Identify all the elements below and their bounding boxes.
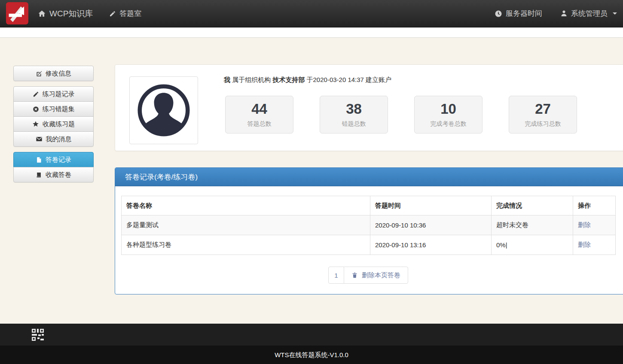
- footer-version-text: WTS在线答题系统-V1.0.0: [275, 351, 348, 358]
- cell-paper-name: 各种题型练习卷: [122, 235, 370, 255]
- user-icon: [560, 10, 568, 17]
- clock-icon: [495, 10, 502, 18]
- sidebar-item-label: 我的消息: [46, 135, 72, 143]
- qr-code-icon[interactable]: [31, 328, 44, 341]
- sidebar-item-my-messages[interactable]: 我的消息: [13, 131, 94, 147]
- nav-item-server-time[interactable]: 服务器时间: [495, 9, 542, 18]
- profile-org-prefix: 属于组织机构: [232, 76, 271, 83]
- stat-label: 完成考卷总数: [431, 120, 467, 128]
- user-menu-label: 系统管理员: [571, 9, 608, 18]
- records-table: 答卷名称 答题时间 完成情况 操作 多题量测试 2020-09-10 10:36…: [121, 196, 616, 255]
- app-logo[interactable]: [6, 2, 28, 24]
- sidebar-item-favorite-questions[interactable]: 收藏练习题: [13, 116, 94, 132]
- nav-item-answer-room[interactable]: 答题室: [109, 9, 141, 18]
- stat-label: 答题总数: [247, 120, 272, 128]
- pencil-icon: [33, 91, 39, 97]
- cell-paper-name: 多题量测试: [122, 215, 370, 235]
- delete-row-link[interactable]: 删除: [578, 221, 591, 228]
- records-panel: 答卷记录(考卷/练习卷) 答卷名称 答题时间 完成情况 操作 多题量测试 202…: [115, 167, 623, 294]
- header-answer-time: 答题时间: [370, 196, 492, 215]
- book-icon: [36, 172, 42, 178]
- sidebar-group-practice: 练习题记录 练习错题集 收藏练习题 我的消息: [13, 86, 94, 147]
- stat-total-answers: 44 答题总数: [225, 96, 293, 133]
- records-panel-title: 答卷记录(考卷/练习卷): [115, 168, 623, 186]
- profile-summary: 我 属于组织机构 技术支持部 于2020-03-20 14:37 建立账户: [224, 76, 391, 84]
- pencil-icon: [109, 10, 116, 17]
- profile-panel: 我 属于组织机构 技术支持部 于2020-03-20 14:37 建立账户 44…: [115, 64, 623, 151]
- logo-plane-icon: [8, 4, 27, 23]
- sidebar-group-profile: 修改信息: [13, 66, 94, 81]
- sidebar-group-papers: 答卷记录 收藏答卷: [13, 152, 94, 182]
- nav-brand-label: WCP知识库: [49, 8, 93, 19]
- cell-answer-time: 2020-09-10 10:36: [370, 215, 492, 235]
- footer-version-band: WTS在线答题系统-V1.0.0: [0, 346, 623, 364]
- remove-circle-icon: [33, 106, 39, 112]
- sidebar-item-label: 修改信息: [46, 70, 71, 78]
- avatar: [129, 76, 198, 144]
- stat-total-wrong: 38 错题总数: [320, 96, 388, 133]
- stat-exams-finished: 10 完成考卷总数: [414, 96, 483, 133]
- page-number-button[interactable]: 1: [328, 267, 344, 284]
- home-icon: [38, 9, 46, 18]
- stat-label: 错题总数: [342, 120, 366, 128]
- nav-room-label: 答题室: [119, 9, 141, 18]
- profile-created-text: 于2020-03-20 14:37 建立账户: [307, 76, 392, 83]
- records-panel-body: 答卷名称 答题时间 完成情况 操作 多题量测试 2020-09-10 10:36…: [115, 186, 623, 290]
- stat-value: 44: [251, 101, 267, 117]
- sidebar-item-label: 练习题记录: [43, 90, 75, 98]
- nav-brand-home[interactable]: WCP知识库: [38, 8, 93, 19]
- sidebar-item-label: 练习错题集: [43, 105, 75, 113]
- footer-upper-band: [0, 324, 623, 346]
- avatar-person-icon: [134, 81, 193, 140]
- delete-page-label: 删除本页答卷: [362, 271, 400, 279]
- sidebar-item-edit-info[interactable]: 修改信息: [13, 66, 94, 81]
- stat-practice-finished: 27 完成练习总数: [509, 96, 577, 133]
- trash-icon: [351, 272, 358, 279]
- envelope-icon: [36, 136, 43, 143]
- sidebar: 修改信息 练习题记录 练习错题集 收藏练习题: [13, 66, 94, 188]
- sidebar-item-favorite-papers[interactable]: 收藏答卷: [13, 167, 94, 182]
- file-icon: [36, 157, 42, 163]
- header-paper-name: 答卷名称: [122, 196, 370, 215]
- nav-item-user-menu[interactable]: 系统管理员: [560, 9, 617, 18]
- cell-answer-time: 2020-09-10 13:16: [370, 235, 492, 255]
- stat-value: 38: [346, 101, 362, 117]
- sidebar-item-label: 收藏练习题: [43, 120, 75, 128]
- sidebar-item-answer-records[interactable]: 答卷记录: [13, 152, 94, 167]
- stats-row: 44 答题总数 38 错题总数 10 完成考卷总数 27 完成练习总数: [225, 96, 577, 133]
- sub-header-strip: [0, 27, 623, 38]
- sidebar-item-wrong-set[interactable]: 练习错题集: [13, 101, 94, 117]
- header-operation: 操作: [573, 196, 616, 215]
- table-row: 多题量测试 2020-09-10 10:36 超时未交卷 删除: [122, 215, 616, 235]
- chevron-down-icon: [613, 12, 617, 15]
- edit-icon: [36, 70, 42, 77]
- table-header-row: 答卷名称 答题时间 完成情况 操作: [122, 196, 616, 215]
- star-icon: [32, 121, 39, 127]
- sidebar-item-label: 答卷记录: [46, 156, 71, 164]
- table-row: 各种题型练习卷 2020-09-10 13:16 0%| 删除: [122, 235, 616, 255]
- delete-page-papers-button[interactable]: 删除本页答卷: [344, 267, 408, 284]
- delete-row-link[interactable]: 删除: [578, 241, 591, 248]
- pagination: 1 删除本页答卷: [121, 267, 615, 284]
- top-navbar: WCP知识库 答题室 服务器时间: [0, 0, 623, 27]
- stat-value: 10: [440, 101, 456, 117]
- profile-org-name: 技术支持部: [272, 76, 305, 83]
- stat-value: 27: [535, 101, 551, 117]
- sidebar-item-label: 收藏答卷: [46, 171, 71, 179]
- app-root: WCP知识库 答题室 服务器时间: [0, 0, 623, 364]
- sidebar-item-practice-records[interactable]: 练习题记录: [13, 86, 94, 102]
- header-completion: 完成情况: [492, 196, 573, 215]
- profile-me: 我: [224, 76, 230, 83]
- cell-completion: 超时未交卷: [492, 215, 573, 235]
- stat-label: 完成练习总数: [525, 120, 561, 128]
- cell-completion: 0%|: [492, 235, 573, 255]
- server-time-label: 服务器时间: [506, 9, 542, 18]
